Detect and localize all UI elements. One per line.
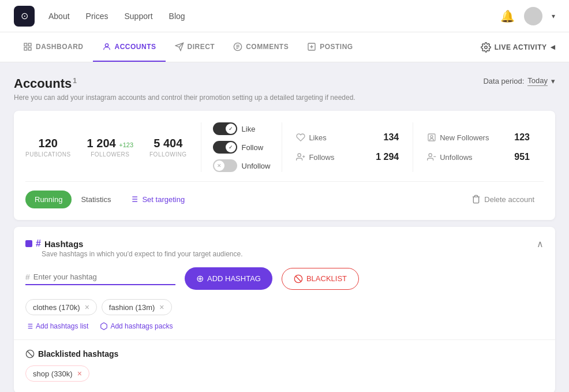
hashtags-section-header: # Hashtags Save hashtags in which you'd …: [14, 227, 555, 258]
comments-icon: [233, 42, 242, 51]
actions-row: Running Statistics Set targeting Delete …: [25, 182, 544, 208]
nav-right: 🔔 ▾: [500, 7, 555, 25]
nav-blog[interactable]: Blog: [169, 12, 185, 21]
subnav-accounts[interactable]: ACCOUNTS: [93, 32, 166, 62]
publications-value: 120: [25, 137, 71, 150]
like-toggle-switch[interactable]: ✓: [213, 122, 237, 135]
tag-fashion: fashion (13m) ×: [102, 299, 172, 315]
likes-label: Likes: [296, 133, 326, 142]
nav-about[interactable]: About: [48, 12, 70, 21]
page-header: Accounts1 Here you can add your instagra…: [14, 76, 555, 102]
accounts-icon: [102, 42, 111, 51]
hashtag-input-wrap: #: [25, 272, 175, 285]
subnav-comments[interactable]: COMMENTS: [224, 32, 298, 62]
add-hashtag-button[interactable]: ⊕ ADD HASHTAG: [185, 267, 272, 290]
toggles-section: ✓ Like ✓ Follow ✕ Unfollow: [201, 122, 283, 172]
remove-shop-icon[interactable]: ×: [77, 369, 82, 378]
data-period-label: Data period:: [483, 77, 524, 85]
unfollows-value: 951: [514, 152, 530, 162]
nav-prices[interactable]: Prices: [86, 12, 108, 21]
subnav-posting[interactable]: POSTING: [298, 32, 362, 62]
data-period-chevron-icon: ▾: [551, 77, 555, 85]
follow-toggle-switch[interactable]: ✓: [213, 141, 237, 154]
hashtag-input[interactable]: [33, 272, 175, 281]
targeting-card: # Hashtags Save hashtags in which you'd …: [14, 227, 555, 392]
tag-shop: shop (330k) ×: [25, 365, 89, 382]
account-chevron-icon[interactable]: ▾: [552, 12, 555, 20]
toggle-unfollow[interactable]: ✕ Unfollow: [213, 159, 271, 172]
unfollows-stat: Unfollows 951: [427, 152, 530, 162]
set-targeting-button[interactable]: Set targeting: [120, 190, 194, 208]
remove-fashion-icon[interactable]: ×: [159, 303, 164, 312]
posting-icon: [307, 42, 316, 51]
followers-increment: +123: [119, 141, 133, 148]
unfollow-toggle-switch[interactable]: ✕: [213, 159, 237, 172]
follow-toggle-label: Follow: [242, 143, 264, 152]
svg-point-11: [485, 46, 488, 48]
profile-stats: 120 PUBLICATIONS 1 204 +123 FOLLOWERS 5 …: [25, 122, 201, 172]
blacklisted-section: Blacklisted hashtags shop (330k) ×: [14, 339, 555, 392]
follows-label: Follows: [296, 152, 334, 162]
blacklisted-tags-row: shop (330k) ×: [25, 365, 544, 382]
sub-nav-items: DASHBOARD ACCOUNTS DIRECT COMMENTS POSTI…: [14, 32, 481, 62]
svg-line-34: [27, 351, 32, 356]
live-activity-button[interactable]: LIVE ACTIVITY ◀: [481, 42, 555, 53]
toggle-like[interactable]: ✓ Like: [213, 122, 271, 135]
new-followers-label: New Followers: [427, 133, 489, 142]
data-period[interactable]: Data period: Today ▾: [483, 76, 555, 86]
like-toggle-label: Like: [242, 125, 256, 133]
likes-value: 134: [384, 132, 399, 143]
blacklisted-title: Blacklisted hashtags: [25, 349, 544, 359]
statistics-button[interactable]: Statistics: [72, 191, 120, 208]
subnav-dashboard[interactable]: DASHBOARD: [14, 32, 93, 62]
data-period-value: Today: [527, 76, 548, 86]
hashtags-title: # Hashtags: [25, 238, 243, 249]
sub-nav: DASHBOARD ACCOUNTS DIRECT COMMENTS POSTI…: [0, 32, 569, 62]
likes-stat: Likes 134: [296, 132, 399, 143]
svg-point-12: [298, 154, 301, 156]
svg-point-16: [431, 136, 433, 138]
direct-icon: [175, 42, 184, 51]
running-button[interactable]: Running: [25, 191, 72, 208]
tag-clothes: clothes (170k) ×: [25, 299, 97, 315]
add-hashtags-list-button[interactable]: Add hashtags list: [25, 322, 88, 330]
svg-point-17: [429, 154, 432, 156]
new-followers-value: 123: [514, 132, 530, 143]
nav-support[interactable]: Support: [125, 12, 153, 21]
avatar[interactable]: [524, 7, 542, 25]
svg-rect-0: [24, 43, 27, 46]
page-header-left: Accounts1 Here you can add your instagra…: [14, 76, 483, 102]
hash-symbol-icon: #: [25, 272, 30, 282]
top-nav: ⊙ About Prices Support Blog 🔔 ▾: [0, 0, 569, 32]
no-icon: [294, 274, 303, 283]
logo[interactable]: ⊙: [14, 6, 35, 27]
list-icon: [25, 322, 33, 330]
live-activity-chevron-icon: ◀: [551, 44, 556, 50]
add-hashtags-packs-button[interactable]: Add hashtags packs: [100, 322, 173, 330]
activity-col-1: Likes 134 Follows 1 294: [282, 122, 413, 172]
follow-toggle-knob: ✓: [226, 142, 236, 152]
plus-circle-icon: ⊕: [196, 273, 204, 284]
package-icon: [100, 322, 108, 330]
targeting-icon: [129, 195, 138, 204]
followers-stat: 1 204 +123 FOLLOWERS: [87, 137, 133, 158]
main-content: Accounts1 Here you can add your instagra…: [0, 62, 569, 392]
following-label: FOLLOWING: [149, 151, 187, 158]
unfollows-label: Unfollows: [427, 152, 472, 162]
collapse-icon[interactable]: ∧: [537, 238, 544, 249]
hashtag-tags-row: clothes (170k) × fashion (13m) ×: [14, 299, 555, 322]
bell-icon[interactable]: 🔔: [500, 9, 515, 23]
stats-row: 120 PUBLICATIONS 1 204 +123 FOLLOWERS 5 …: [25, 122, 544, 182]
like-toggle-knob: ✓: [226, 124, 236, 134]
list-actions-row: Add hashtags list Add hashtags packs: [14, 322, 555, 339]
new-followers-icon: [427, 133, 436, 142]
hashtag-blue-icon: [25, 240, 32, 247]
subnav-direct[interactable]: DIRECT: [166, 32, 224, 62]
hashtags-desc: Save hashtags in which you'd expect to f…: [25, 250, 243, 258]
followers-value: 1 204 +123: [87, 137, 133, 150]
toggle-follow[interactable]: ✓ Follow: [213, 141, 271, 154]
nav-links: About Prices Support Blog: [48, 12, 500, 21]
blacklist-button[interactable]: BLACKLIST: [282, 268, 359, 290]
delete-account-button[interactable]: Delete account: [462, 190, 544, 208]
remove-clothes-icon[interactable]: ×: [85, 303, 89, 312]
